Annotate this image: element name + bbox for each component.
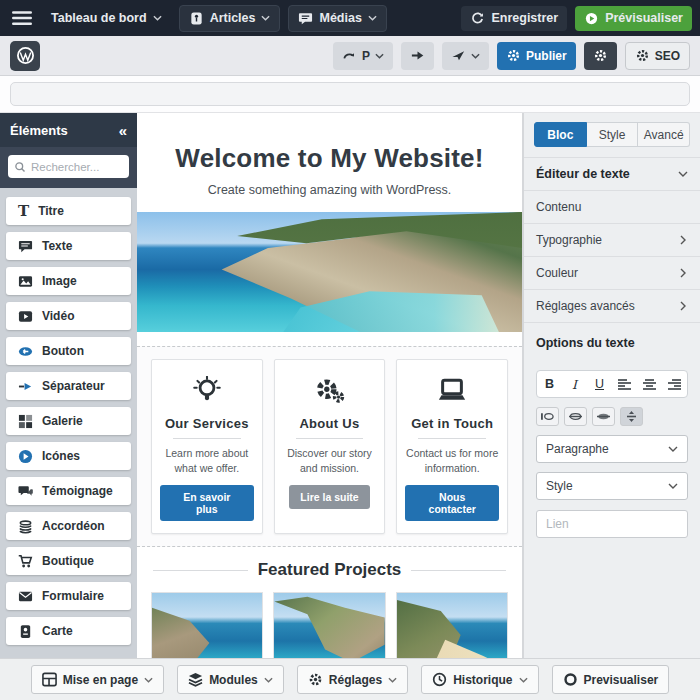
style-select[interactable]: Style: [536, 472, 688, 500]
hero-title: Welcome to My Website!: [137, 143, 522, 174]
preview-button-top-label: Prévisualiser: [605, 11, 683, 25]
chevron-down-icon: [264, 677, 273, 683]
paper-plane-icon: [451, 48, 466, 63]
preview-button-top[interactable]: Prévisualiser: [575, 6, 692, 31]
layout-button[interactable]: Mise en page: [31, 665, 164, 694]
wordpress-logo[interactable]: [10, 41, 40, 71]
element-item-bouton[interactable]: Bouton: [6, 337, 131, 365]
element-item-accordeon[interactable]: Accordéon: [6, 512, 131, 540]
hero-image[interactable]: [137, 212, 522, 332]
card-get-in-touch[interactable]: Get in Touch Contact us for more informa…: [396, 359, 508, 534]
laptop-icon: [435, 376, 469, 406]
element-item-galerie[interactable]: Galerie: [6, 407, 131, 435]
tab-style[interactable]: Style: [587, 122, 639, 147]
read-more-button[interactable]: Lire la suite: [289, 485, 369, 509]
cart-icon: [18, 554, 33, 569]
chevron-down-icon: [144, 677, 153, 683]
separator-arrow-icon: [18, 379, 33, 394]
float-right-button[interactable]: [592, 407, 615, 426]
float-center-button[interactable]: [564, 407, 587, 426]
element-item-titre[interactable]: T Titre: [6, 197, 131, 225]
seo-button[interactable]: SEO: [625, 42, 690, 70]
float-toolbar: [536, 407, 688, 426]
bold-button[interactable]: B: [537, 371, 562, 397]
contact-us-button[interactable]: Nous contacter: [405, 485, 499, 521]
hero-subtitle: Create something amazing with WordPress.: [137, 183, 522, 197]
card-our-services[interactable]: Our Services Learn more about what we of…: [151, 359, 263, 534]
menu-medias[interactable]: Médias: [288, 5, 386, 32]
project-image-1[interactable]: [151, 592, 263, 658]
paragraph-select[interactable]: Paragraphe: [536, 435, 688, 463]
underline-button[interactable]: U: [587, 371, 612, 397]
element-item-image[interactable]: Image: [6, 267, 131, 295]
element-item-icones[interactable]: Icónes: [6, 442, 131, 470]
publish-button[interactable]: Publier: [497, 42, 576, 70]
menu-articles[interactable]: Articles: [179, 5, 281, 32]
divider-line: [411, 570, 506, 571]
preview-button-bottom[interactable]: Previsualiser: [552, 665, 670, 694]
save-button[interactable]: Enregistrer: [461, 6, 567, 31]
italic-button[interactable]: I: [562, 371, 587, 397]
chevron-down-icon: [668, 444, 678, 454]
float-left-button[interactable]: [536, 407, 559, 426]
learn-more-button[interactable]: En savoir plus: [160, 485, 254, 521]
align-center-button[interactable]: [637, 371, 662, 397]
featured-projects-row: [151, 592, 508, 658]
section-couleur[interactable]: Couleur: [524, 257, 700, 290]
chevron-right-icon: [678, 268, 688, 278]
hero-block[interactable]: Welcome to My Website! Create something …: [137, 113, 522, 197]
element-item-separateur[interactable]: Séparateur: [6, 372, 131, 400]
gear-icon: [506, 48, 521, 63]
hamburger-icon[interactable]: [12, 8, 32, 28]
link-input[interactable]: [536, 510, 688, 538]
project-image-2[interactable]: [273, 592, 385, 658]
settings-gear-button[interactable]: [584, 42, 617, 70]
card-text: Contact us for more information.: [405, 446, 499, 476]
search-input[interactable]: [31, 161, 123, 173]
align-right-button[interactable]: [662, 371, 687, 397]
element-item-boutique[interactable]: Boutique: [6, 547, 131, 575]
accordion-stack-icon: [18, 519, 33, 534]
section-reglages-avances[interactable]: Réglages avancés: [524, 290, 700, 323]
seo-button-label: SEO: [655, 49, 680, 63]
clock-icon: [432, 672, 447, 687]
align-left-button[interactable]: [612, 371, 637, 397]
tools-p-button[interactable]: P: [333, 42, 393, 70]
send-button[interactable]: [442, 42, 489, 70]
contact-card-icon: [18, 624, 33, 639]
search-icon: [14, 161, 26, 173]
divider-line: [153, 570, 248, 571]
collapse-panel-icon[interactable]: [119, 123, 127, 138]
redo-button[interactable]: [401, 42, 434, 70]
tab-avance[interactable]: Avancé: [638, 122, 690, 147]
testimonial-bubbles-icon: [18, 484, 33, 499]
section-contenu[interactable]: Contenu: [524, 191, 700, 224]
card-text: Discover our story and mission.: [283, 446, 377, 476]
tab-bloc[interactable]: Bloc: [534, 122, 587, 147]
chevron-down-icon: [678, 169, 688, 179]
card-divider: [173, 438, 240, 439]
page-title-input[interactable]: [10, 82, 690, 106]
card-about-us[interactable]: About Us Discover our story and mission.…: [274, 359, 386, 534]
menu-dashboard[interactable]: Tableau de bord: [42, 6, 171, 30]
element-item-formulaire[interactable]: Formulaire: [6, 582, 131, 610]
settings-button[interactable]: Réglages: [297, 665, 408, 694]
element-item-video[interactable]: Vidéo: [6, 302, 131, 330]
layout-icon: [42, 672, 57, 687]
element-item-temoignage[interactable]: Témoignage: [6, 477, 131, 505]
section-typographie[interactable]: Typographie: [524, 224, 700, 257]
project-image-3[interactable]: [396, 592, 508, 658]
modules-button[interactable]: Modules: [177, 665, 284, 694]
chevron-right-icon: [678, 301, 688, 311]
tools-p-label: P: [362, 49, 370, 63]
element-item-carte[interactable]: Carte: [6, 617, 131, 645]
chevron-down-icon: [261, 15, 270, 21]
wordpress-icon: [16, 46, 35, 65]
envelope-icon: [18, 589, 33, 604]
float-left-icon: [541, 412, 554, 421]
section-editeur-de-texte[interactable]: Éditeur de texte: [524, 158, 700, 191]
history-button[interactable]: Historique: [421, 665, 538, 694]
element-item-texte[interactable]: Texte: [6, 232, 131, 260]
menu-dashboard-label: Tableau de bord: [51, 11, 147, 25]
vertical-align-button[interactable]: [620, 407, 643, 426]
